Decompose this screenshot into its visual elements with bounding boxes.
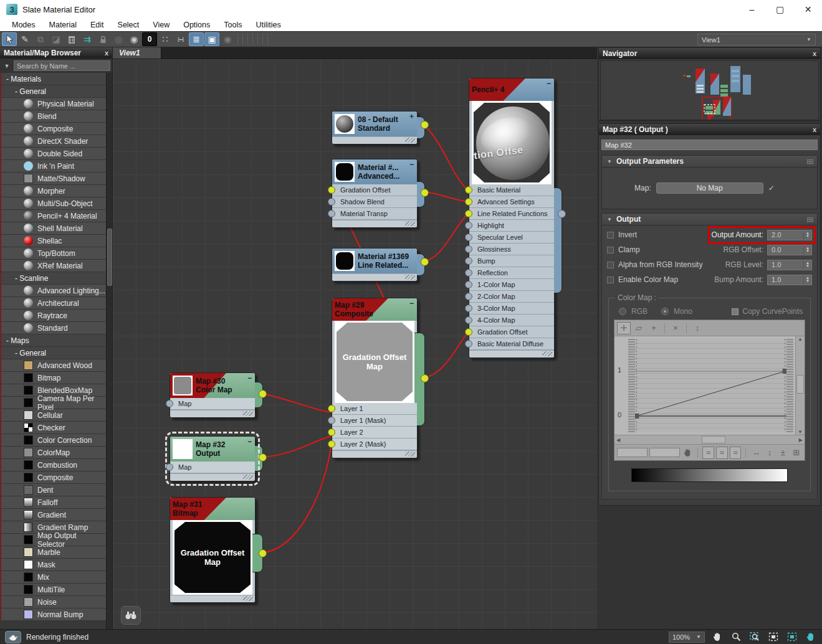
list-item-matte-shadow[interactable]: Matte/Shadow (1, 173, 106, 185)
browser-options-dropdown-icon[interactable]: ▼ (2, 60, 12, 71)
node-map32[interactable]: Map #32Output−Map (170, 436, 256, 481)
spinner-arrows-icon[interactable]: ▲▼ (803, 245, 811, 255)
list-item-falloff[interactable]: Falloff (1, 496, 106, 509)
input-socket[interactable] (166, 463, 173, 471)
input-socket[interactable] (328, 429, 335, 436)
slot-basic-material-diffuse[interactable]: Basic Material Diffuse (469, 338, 554, 350)
wire-map32-output-to-map29-layer-2[interactable] (262, 436, 331, 457)
checkbox-invert[interactable]: Invert (607, 230, 637, 239)
menu-item-view[interactable]: View (146, 19, 176, 31)
list-item-composite[interactable]: Composite (1, 471, 106, 484)
node-header[interactable]: Pencil+ 4 (469, 78, 554, 101)
list-item-advanced-lighting---[interactable]: Advanced Lighting... (1, 285, 106, 297)
slot-glossiness[interactable]: Glossiness (469, 244, 554, 255)
spinner-field[interactable]: 0.0▲▼ (767, 245, 812, 255)
search-input[interactable] (14, 60, 110, 71)
curve-vscrollbar-thumb[interactable] (796, 375, 804, 394)
list-item-combustion[interactable]: Combustion (1, 459, 106, 471)
map-enable-checkbox[interactable]: ✓ (768, 184, 775, 192)
material-map-browser-toggle-icon[interactable]: ≣ (189, 32, 204, 46)
list-item-directx-shader[interactable]: DirectX Shader (1, 135, 106, 148)
node-footer[interactable] (332, 273, 417, 281)
checkbox-icon[interactable] (607, 277, 614, 283)
input-socket[interactable] (465, 210, 472, 217)
checkbox-icon[interactable] (607, 232, 614, 239)
list-item-architectural[interactable]: Architectural (1, 297, 106, 310)
spinner-arrows-icon[interactable]: ▲▼ (803, 260, 811, 270)
input-socket[interactable] (465, 293, 472, 300)
zoom-extents-tool-icon[interactable] (767, 632, 780, 643)
list-item-bitmap[interactable]: Bitmap (1, 372, 106, 384)
curve-hscrollbar-thumb[interactable] (702, 436, 725, 443)
node-mat1369-output-socket[interactable] (421, 258, 429, 266)
list-item-composite[interactable]: Composite (1, 123, 106, 135)
node-header[interactable]: Map #30Color Map (170, 373, 255, 398)
select-tool-icon[interactable] (2, 32, 17, 46)
parameter-editor-toggle-icon[interactable]: ▣ (204, 32, 219, 46)
checkbox-clamp[interactable]: Clamp (607, 245, 640, 254)
slot-advanced-settings[interactable]: Advanced Settings (469, 196, 554, 208)
node-header[interactable]: Map #31Bitmap (170, 498, 255, 520)
rollout-output-parameters-header[interactable]: ▼ Output Parameters (602, 156, 817, 168)
list-item-noise[interactable]: Noise (1, 596, 106, 608)
spinner-arrows-icon[interactable]: ▲▼ (803, 230, 811, 240)
node-map31-output-socket[interactable] (259, 549, 267, 557)
list-item-morpher[interactable]: Morpher (1, 185, 106, 197)
input-socket[interactable] (465, 257, 472, 265)
node-map29-output-socket[interactable] (421, 374, 429, 382)
node-pencil4-output-socket[interactable] (558, 210, 566, 218)
select-by-material-icon[interactable]: ◉ (220, 32, 235, 46)
slot-3-color-map[interactable]: 3-Color Map (469, 303, 554, 315)
list-item-top-bottom[interactable]: Top/Bottom (1, 247, 106, 260)
curve-x-value-input[interactable] (617, 448, 648, 457)
list-item-multi-sub-object[interactable]: Multi/Sub-Object (1, 197, 106, 210)
browser-section-maps[interactable]: - Maps (1, 334, 106, 347)
wire-matadv-output-to-pencil4-advanced-settings[interactable] (426, 192, 467, 202)
slot-map[interactable]: Map (170, 398, 255, 410)
fit-vertical-icon[interactable]: ≈ (730, 447, 742, 459)
add-point-icon[interactable]: + (647, 322, 661, 334)
input-socket[interactable] (328, 417, 335, 424)
menu-item-modes[interactable]: Modes (5, 19, 42, 31)
slot-highlight[interactable]: Highlight (469, 220, 554, 232)
inspector-close-icon[interactable]: x (813, 126, 816, 133)
node-matadv[interactable]: Material #...Advanced...−Gradation Offse… (332, 159, 418, 228)
slot-layer-1--mask-[interactable]: Layer 1 (Mask) (332, 415, 417, 427)
assign-material-icon[interactable]: ⧉ (33, 32, 48, 46)
rollout-output-header[interactable]: ▼ Output (602, 214, 817, 225)
slot-map[interactable]: Map (170, 462, 255, 473)
rgb-radio[interactable] (619, 308, 626, 315)
zoom-region-icon[interactable]: ⊞ (791, 447, 802, 459)
list-item-mask[interactable]: Mask (1, 559, 106, 571)
mono-radio[interactable] (661, 308, 669, 315)
node-map32-output-socket[interactable] (259, 453, 267, 462)
list-item-standard[interactable]: Standard (1, 322, 106, 334)
input-socket[interactable] (328, 186, 335, 194)
pan-hand-icon[interactable] (682, 447, 693, 459)
input-socket[interactable] (166, 400, 173, 407)
node-collapse-icon[interactable]: − (247, 375, 252, 381)
wire-mat1369-output-to-pencil4-line-related-functions[interactable] (423, 214, 467, 262)
node-collapse-icon[interactable]: + (409, 113, 414, 120)
node-header[interactable]: Map #29Composite (332, 298, 417, 321)
menu-item-utilities[interactable]: Utilities (249, 19, 287, 31)
node-canvas[interactable]: Pencil+ 4−tion OffseBasic MaterialAdvanc… (113, 59, 597, 629)
wire-map29-output-to-pencil4-gradation-offset[interactable] (425, 333, 467, 377)
node-footer[interactable] (170, 595, 255, 602)
slot-gradation-offset[interactable]: Gradation Offset (469, 326, 554, 338)
browser-section-materials[interactable]: - Materials (1, 73, 106, 85)
input-socket[interactable] (465, 198, 472, 206)
no-map-button[interactable]: No Map (656, 182, 763, 194)
input-socket[interactable] (465, 269, 472, 277)
node-footer[interactable] (332, 136, 417, 144)
pan-tool-icon[interactable] (711, 632, 724, 643)
input-socket[interactable] (465, 328, 472, 336)
slot-basic-material[interactable]: Basic Material (469, 184, 554, 196)
input-socket[interactable] (465, 186, 472, 194)
node-mat1369[interactable]: Material #1369Line Related... (332, 248, 418, 282)
spinner-field[interactable]: 1.0▲▼ (767, 275, 812, 285)
browser-title-bar[interactable]: Material/Map Browser x (0, 47, 112, 59)
node-std08[interactable]: 08 - DefaultStandard+ (332, 111, 418, 144)
find-binoculars-button[interactable] (121, 606, 141, 625)
wire-map31-output-to-map29-layer-2-mask[interactable] (262, 448, 331, 553)
